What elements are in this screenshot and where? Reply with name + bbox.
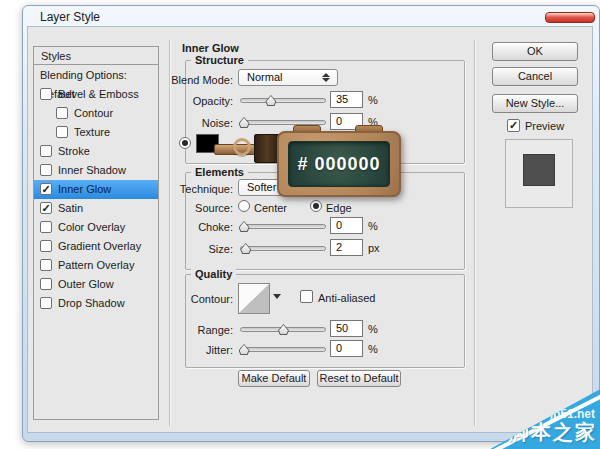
contour-label: Contour: xyxy=(133,293,233,305)
size-slider[interactable] xyxy=(240,246,326,251)
bevel-emboss-checkbox[interactable] xyxy=(40,88,52,100)
style-item-inner-shadow[interactable]: Inner Shadow xyxy=(34,161,158,180)
range-slider-thumb[interactable] xyxy=(278,324,289,335)
jitter-label: Jitter: xyxy=(133,344,233,356)
choke-unit: % xyxy=(368,220,378,232)
preview-thumbnail xyxy=(523,154,555,186)
size-label: Size: xyxy=(133,243,233,255)
texture-checkbox[interactable] xyxy=(56,126,68,138)
stroke-checkbox[interactable] xyxy=(40,145,52,157)
preview-label: Preview xyxy=(525,120,564,132)
choke-value-field[interactable]: 0 xyxy=(330,217,363,234)
make-default-button[interactable]: Make Default xyxy=(238,370,310,387)
style-item-outer-glow[interactable]: Outer Glow xyxy=(34,275,158,294)
updown-arrows-icon xyxy=(322,72,330,83)
opacity-value-field[interactable]: 35 xyxy=(330,91,363,108)
outer-glow-checkbox[interactable] xyxy=(40,278,52,290)
cancel-button[interactable]: Cancel xyxy=(492,67,578,86)
opacity-slider-thumb[interactable] xyxy=(265,95,276,106)
source-label: Source: xyxy=(133,202,233,214)
right-divider xyxy=(474,40,476,426)
source-edge-radio[interactable] xyxy=(310,200,322,212)
opacity-slider[interactable] xyxy=(240,98,326,103)
preview-thumbnail-box xyxy=(505,139,573,208)
choke-slider-thumb[interactable] xyxy=(239,221,250,232)
antialiased-label: Anti-aliased xyxy=(318,292,375,304)
range-slider[interactable] xyxy=(240,327,326,332)
ok-button[interactable]: OK xyxy=(492,42,578,61)
color-radio[interactable] xyxy=(179,137,191,149)
satin-checkbox[interactable]: ✓ xyxy=(40,202,52,214)
window-title: Layer Style xyxy=(40,10,100,24)
opacity-unit: % xyxy=(368,94,378,106)
choke-label: Choke: xyxy=(133,221,233,233)
page-title: Inner Glow xyxy=(182,42,239,54)
style-item-pattern-overlay[interactable]: Pattern Overlay xyxy=(34,256,158,275)
inner-glow-checkbox[interactable]: ✓ xyxy=(40,183,52,195)
noise-label: Noise: xyxy=(133,117,233,129)
size-unit: px xyxy=(368,242,380,254)
jitter-unit: % xyxy=(368,343,378,355)
contour-checkbox[interactable] xyxy=(56,107,68,119)
elements-group-label: Elements xyxy=(191,166,248,178)
jitter-slider-thumb[interactable] xyxy=(239,344,250,355)
size-value-field[interactable]: 2 xyxy=(330,239,363,256)
contour-dropdown-arrow-icon[interactable] xyxy=(273,294,281,299)
new-style-button[interactable]: New Style... xyxy=(492,94,578,113)
pattern-overlay-checkbox[interactable] xyxy=(40,259,52,271)
range-label: Range: xyxy=(133,324,233,336)
contour-picker[interactable] xyxy=(238,283,270,314)
styles-header-box: Styles xyxy=(33,46,159,65)
source-center-label: Center xyxy=(254,202,287,214)
source-center-radio[interactable] xyxy=(238,200,250,212)
jitter-slider[interactable] xyxy=(240,347,326,352)
technique-label: Technique: xyxy=(133,183,233,195)
layer-style-screenshot: Layer Style Styles Blending Options: Def… xyxy=(0,0,600,449)
blend-mode-dropdown[interactable]: Normal xyxy=(238,69,338,86)
styles-header-label: Styles xyxy=(41,50,71,62)
antialiased-checkbox[interactable] xyxy=(300,290,313,303)
choke-slider[interactable] xyxy=(240,224,326,229)
reset-to-default-button[interactable]: Reset to Default xyxy=(317,370,401,387)
size-slider-thumb[interactable] xyxy=(240,243,251,254)
drop-shadow-checkbox[interactable] xyxy=(40,297,52,309)
chalkboard-surface: # 000000 xyxy=(288,141,390,187)
noise-slider-thumb[interactable] xyxy=(239,117,250,128)
color-overlay-checkbox[interactable] xyxy=(40,221,52,233)
preview-checkbox[interactable]: ✓ xyxy=(507,119,520,132)
hex-color-text: # 000000 xyxy=(297,154,380,175)
color-chalkboard-overlay: # 000000 xyxy=(277,131,401,197)
inner-shadow-checkbox[interactable] xyxy=(40,164,52,176)
range-value-field[interactable]: 50 xyxy=(330,320,363,337)
structure-group-label: Structure xyxy=(191,54,248,66)
quality-group-label: Quality xyxy=(191,268,236,280)
source-edge-label: Edge xyxy=(326,202,352,214)
close-button[interactable] xyxy=(545,12,595,23)
jitter-value-field[interactable]: 0 xyxy=(330,340,363,357)
gradient-overlay-checkbox[interactable] xyxy=(40,240,52,252)
style-item-stroke[interactable]: Stroke xyxy=(34,142,158,161)
overlay-connector-ring xyxy=(233,138,251,156)
opacity-label: Opacity: xyxy=(133,95,233,107)
range-unit: % xyxy=(368,323,378,335)
blend-mode-label: Blend Mode: xyxy=(133,74,233,86)
